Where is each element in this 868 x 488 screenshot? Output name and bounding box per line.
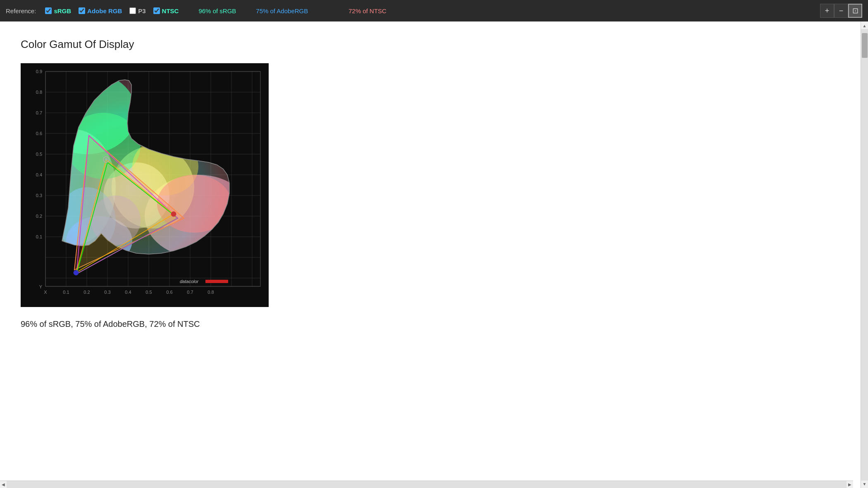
scroll-track-horizontal[interactable] bbox=[7, 481, 847, 488]
checkbox-adobe-rgb[interactable]: Adobe RGB bbox=[79, 7, 122, 14]
page-title: Color Gamut Of Display bbox=[21, 38, 840, 51]
vertical-scrollbar[interactable]: ▲ ▼ bbox=[861, 21, 868, 488]
scroll-left-arrow[interactable]: ◀ bbox=[0, 481, 7, 488]
scroll-thumb[interactable] bbox=[862, 33, 868, 58]
svg-point-62 bbox=[105, 158, 107, 161]
scroll-up-arrow[interactable]: ▲ bbox=[861, 22, 868, 29]
svg-text:0.5: 0.5 bbox=[145, 290, 152, 295]
main-content: Color Gamut Of Display bbox=[0, 21, 868, 488]
svg-text:0.2: 0.2 bbox=[83, 290, 90, 295]
stat-ntsc: 72% of NTSC bbox=[348, 7, 386, 14]
checkbox-adobe-input[interactable] bbox=[79, 7, 85, 14]
svg-text:0.2: 0.2 bbox=[36, 214, 42, 219]
svg-text:datacolor: datacolor bbox=[180, 279, 199, 284]
checkbox-srgb-input[interactable] bbox=[45, 7, 52, 14]
zoom-out-button[interactable]: − bbox=[834, 4, 848, 18]
checkbox-srgb[interactable]: sRGB bbox=[45, 7, 71, 14]
zoom-controls: + − ⊡ bbox=[820, 4, 862, 18]
stat-srgb: 96% of sRGB bbox=[198, 7, 236, 14]
toolbar: Reference: sRGB Adobe RGB P3 NTSC 96% of… bbox=[0, 0, 868, 21]
horizontal-scrollbar[interactable]: ◀ ▶ bbox=[0, 481, 853, 488]
checkbox-srgb-label: sRGB bbox=[54, 7, 71, 14]
svg-text:X: X bbox=[44, 290, 47, 295]
svg-text:0.7: 0.7 bbox=[36, 110, 42, 115]
checkbox-ntsc-input[interactable] bbox=[153, 7, 160, 14]
svg-text:0.5: 0.5 bbox=[36, 152, 42, 157]
svg-text:0.4: 0.4 bbox=[125, 290, 131, 295]
svg-text:0.3: 0.3 bbox=[36, 193, 42, 198]
svg-point-63 bbox=[171, 212, 176, 217]
scroll-right-arrow[interactable]: ▶ bbox=[847, 481, 853, 488]
svg-text:0.1: 0.1 bbox=[63, 290, 69, 295]
content-area: Color Gamut Of Display bbox=[0, 21, 861, 488]
checkbox-p3-input[interactable] bbox=[129, 7, 136, 14]
stat-adobe-rgb: 75% of AdobeRGB bbox=[256, 7, 308, 14]
svg-point-64 bbox=[74, 270, 79, 275]
svg-text:0.3: 0.3 bbox=[104, 290, 110, 295]
zoom-fit-button[interactable]: ⊡ bbox=[848, 4, 862, 18]
cie-chart: 0.9 0.8 0.7 0.6 0.5 0.4 0.3 0.2 0.1 Y X … bbox=[21, 63, 269, 307]
checkbox-ntsc-label: NTSC bbox=[162, 7, 179, 14]
svg-text:0.8: 0.8 bbox=[207, 290, 214, 295]
checkbox-p3-label: P3 bbox=[138, 7, 145, 14]
svg-text:0.7: 0.7 bbox=[187, 290, 193, 295]
checkbox-adobe-label: Adobe RGB bbox=[87, 7, 122, 14]
reference-label: Reference: bbox=[6, 7, 36, 14]
checkbox-p3[interactable]: P3 bbox=[129, 7, 145, 14]
zoom-in-button[interactable]: + bbox=[820, 4, 834, 18]
svg-text:0.4: 0.4 bbox=[36, 172, 42, 177]
svg-text:0.6: 0.6 bbox=[36, 131, 42, 136]
svg-rect-66 bbox=[205, 280, 228, 283]
svg-text:0.1: 0.1 bbox=[36, 234, 42, 239]
checkbox-ntsc[interactable]: NTSC bbox=[153, 7, 179, 14]
svg-text:0.9: 0.9 bbox=[36, 69, 42, 74]
scroll-down-arrow[interactable]: ▼ bbox=[861, 481, 868, 487]
svg-text:0.6: 0.6 bbox=[166, 290, 172, 295]
svg-text:Y: Y bbox=[39, 284, 43, 289]
scroll-track-vertical[interactable] bbox=[861, 29, 868, 481]
result-text: 96% of sRGB, 75% of AdobeRGB, 72% of NTS… bbox=[21, 319, 840, 329]
svg-text:0.8: 0.8 bbox=[36, 90, 42, 95]
cie-chart-svg: 0.9 0.8 0.7 0.6 0.5 0.4 0.3 0.2 0.1 Y X … bbox=[21, 63, 269, 307]
